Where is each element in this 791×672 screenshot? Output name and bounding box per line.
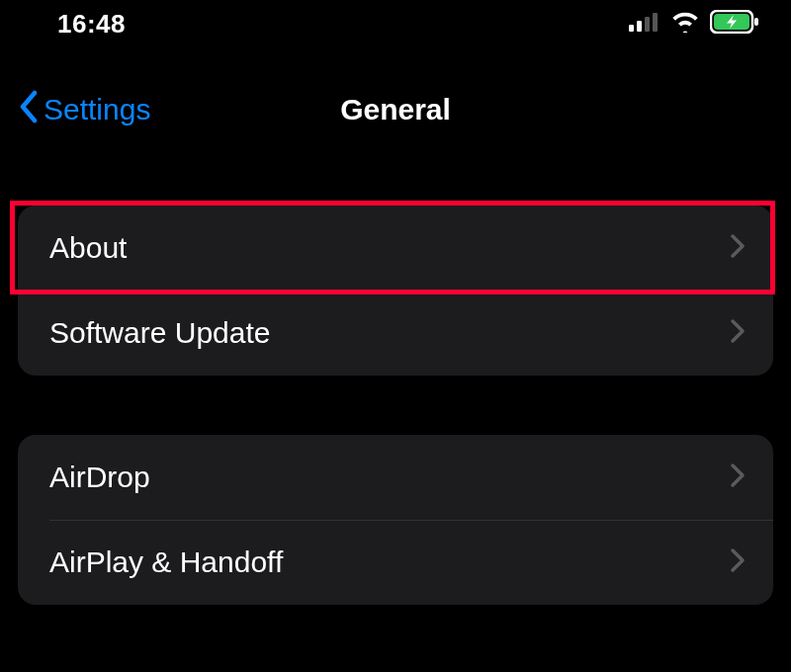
chevron-right-icon: [730, 318, 746, 348]
chevron-right-icon: [730, 547, 746, 577]
back-button[interactable]: Settings: [18, 90, 150, 130]
status-bar: 16:48: [0, 0, 791, 47]
svg-rect-3: [653, 13, 658, 32]
row-airplay-handoff[interactable]: AirPlay & Handoff: [18, 520, 773, 605]
status-indicators: [629, 10, 759, 38]
status-time: 16:48: [57, 9, 126, 40]
svg-rect-1: [637, 21, 642, 32]
row-airdrop[interactable]: AirDrop: [18, 435, 773, 520]
wifi-icon: [670, 11, 700, 37]
battery-charging-icon: [710, 10, 759, 38]
page-title: General: [340, 93, 451, 126]
settings-group: About Software Update: [18, 206, 773, 376]
row-label: About: [49, 231, 127, 265]
chevron-left-icon: [18, 90, 40, 130]
row-software-update[interactable]: Software Update: [18, 291, 773, 376]
back-label: Settings: [44, 93, 150, 126]
chevron-right-icon: [730, 462, 746, 492]
navigation-bar: Settings General: [0, 83, 791, 136]
row-label: Software Update: [49, 316, 270, 350]
settings-group: AirDrop AirPlay & Handoff: [18, 435, 773, 605]
row-about[interactable]: About: [18, 206, 773, 291]
cellular-signal-icon: [629, 12, 660, 36]
row-label: AirDrop: [49, 461, 150, 494]
svg-rect-2: [645, 17, 650, 32]
chevron-right-icon: [730, 233, 746, 263]
settings-content: About Software Update AirDrop AirPlay & …: [0, 206, 791, 605]
svg-rect-0: [629, 25, 634, 32]
svg-rect-5: [754, 18, 758, 26]
row-label: AirPlay & Handoff: [49, 546, 283, 579]
